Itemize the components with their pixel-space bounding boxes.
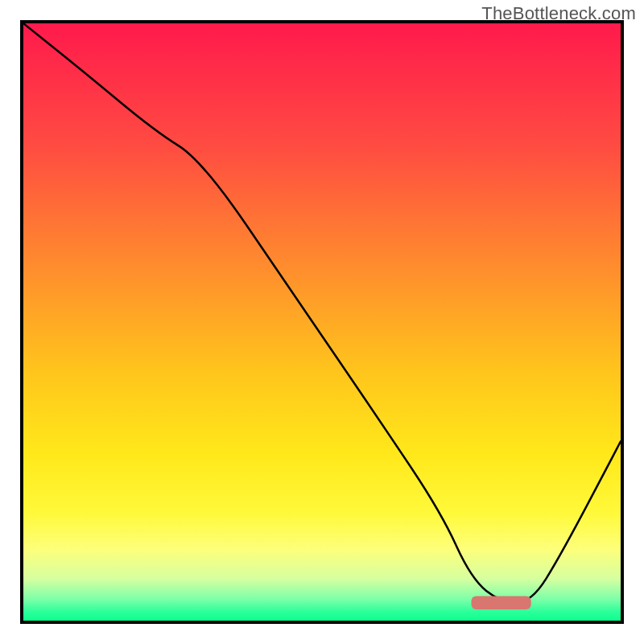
gradient-background xyxy=(23,23,621,621)
plot-area xyxy=(20,20,624,624)
chart-container: TheBottleneck.com xyxy=(0,0,644,644)
plot-svg xyxy=(23,23,621,621)
optimal-marker xyxy=(472,597,531,609)
